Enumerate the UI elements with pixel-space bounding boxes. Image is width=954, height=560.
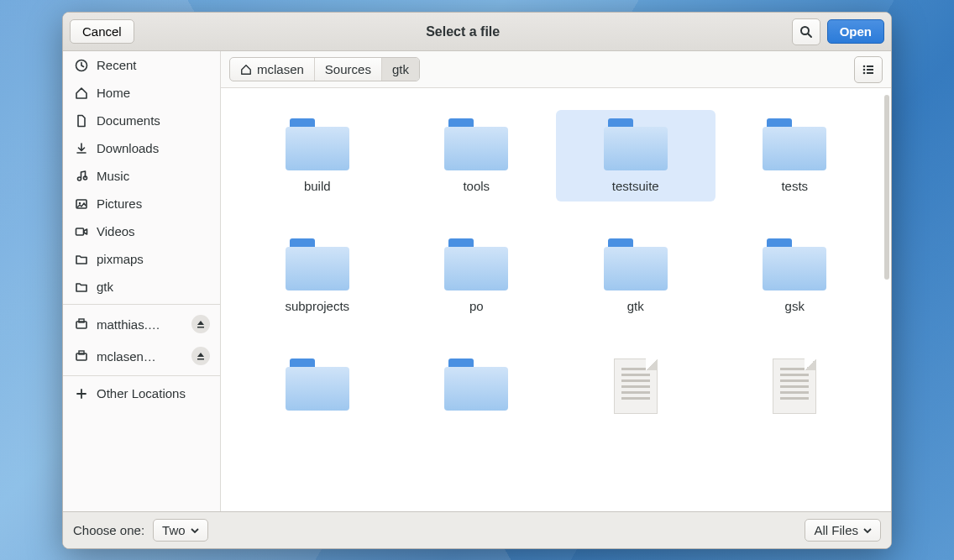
folder-icon (444, 359, 508, 411)
folder-item[interactable] (238, 350, 397, 431)
file-label: tests (781, 179, 808, 193)
picture-icon (75, 197, 88, 211)
list-view-icon (862, 63, 875, 76)
folder-icon (444, 118, 508, 170)
drive-icon (75, 317, 88, 331)
path-toolbar: mclasen Sources gtk (221, 51, 891, 88)
sidebar-label: pixmaps (97, 252, 210, 266)
choose-combo[interactable]: Two (153, 519, 208, 542)
folder-item[interactable]: subprojects (238, 230, 397, 322)
folder-item[interactable]: gtk (556, 230, 716, 322)
clock-icon (75, 59, 88, 72)
action-bar: Choose one: Two All Files (63, 511, 891, 548)
path-segment-home[interactable]: mclasen (230, 58, 315, 81)
titlebar: Cancel Select a file Open (63, 13, 891, 51)
sidebar-item-bookmark-gtk[interactable]: gtk (63, 273, 220, 301)
drive-icon (75, 349, 88, 363)
folder-icon (286, 238, 349, 290)
sidebar-item-videos[interactable]: Videos (63, 217, 220, 245)
file-label: gsk (785, 299, 805, 313)
sidebar-label: mclasen… (97, 349, 183, 364)
folder-icon (604, 238, 668, 290)
svg-point-11 (863, 65, 866, 67)
path-segment-label: gtk (392, 62, 409, 76)
sidebar-label: Recent (97, 58, 210, 72)
sidebar-label: Music (97, 169, 210, 183)
sidebar-item-pictures[interactable]: Pictures (63, 190, 220, 217)
sidebar-label: Documents (97, 113, 210, 128)
sidebar-separator (63, 304, 220, 305)
filter-combo[interactable]: All Files (805, 519, 881, 542)
eject-button[interactable] (191, 347, 210, 365)
folder-icon (75, 280, 88, 294)
file-label: po (469, 299, 484, 313)
file-label: gtk (627, 299, 644, 313)
svg-line-1 (808, 34, 811, 37)
document-icon (75, 114, 88, 128)
sidebar-label: Other Locations (97, 386, 210, 400)
svg-rect-12 (867, 65, 873, 67)
sidebar-label: gtk (97, 280, 210, 294)
sidebar-item-downloads[interactable]: Downloads (63, 134, 220, 162)
sidebar-item-other-locations[interactable]: Other Locations (63, 379, 220, 407)
svg-point-5 (79, 201, 81, 203)
plus-icon (75, 387, 88, 400)
choose-combo-value: Two (162, 523, 186, 537)
folder-icon (604, 118, 668, 170)
svg-rect-8 (79, 319, 84, 322)
sidebar-item-drive[interactable]: matthias.… (63, 308, 220, 340)
folder-icon (763, 118, 826, 170)
sidebar-label: Videos (97, 224, 210, 238)
cancel-button[interactable]: Cancel (70, 19, 134, 44)
sidebar-item-bookmark-pixmaps[interactable]: pixmaps (63, 245, 220, 273)
file-chooser-dialog: Cancel Select a file Open Recent Home Do… (62, 12, 892, 549)
folder-item[interactable]: tools (397, 110, 557, 201)
sidebar-item-recent[interactable]: Recent (63, 51, 220, 79)
folder-item[interactable]: gsk (716, 230, 875, 322)
home-icon (240, 64, 252, 76)
filter-combo-value: All Files (814, 523, 858, 537)
path-segment[interactable]: Sources (315, 58, 382, 81)
home-icon (75, 86, 88, 100)
svg-point-15 (863, 71, 866, 74)
places-sidebar: Recent Home Documents Downloads Music Pi… (63, 51, 221, 511)
sidebar-label: matthias.… (97, 317, 183, 332)
open-button[interactable]: Open (827, 19, 884, 44)
svg-point-0 (801, 27, 809, 34)
folder-item[interactable]: testsuite (556, 110, 716, 201)
folder-icon (286, 359, 349, 411)
path-segment-label: mclasen (257, 62, 304, 76)
folder-item[interactable]: po (397, 230, 557, 322)
file-browser[interactable]: buildtoolstestsuitetestssubprojectspogtk… (221, 88, 891, 511)
sidebar-label: Downloads (97, 141, 210, 155)
scrollbar[interactable] (884, 95, 889, 280)
sidebar-separator (63, 375, 220, 376)
eject-icon (197, 352, 205, 360)
folder-icon (763, 238, 826, 290)
search-button[interactable] (792, 18, 820, 45)
path-segment-current[interactable]: gtk (382, 58, 419, 81)
text-file-icon (614, 359, 658, 414)
folder-item[interactable] (397, 350, 557, 431)
sidebar-item-drive[interactable]: mclasen… (63, 340, 220, 372)
folder-icon (444, 238, 508, 290)
sidebar-item-music[interactable]: Music (63, 162, 220, 190)
text-file-icon (773, 359, 816, 414)
sidebar-item-home[interactable]: Home (63, 79, 220, 107)
search-icon (799, 25, 813, 39)
eject-button[interactable] (191, 315, 210, 333)
view-list-button[interactable] (854, 56, 883, 83)
dialog-body: Recent Home Documents Downloads Music Pi… (63, 51, 891, 511)
folder-item[interactable]: tests (716, 110, 875, 201)
svg-rect-16 (867, 72, 873, 74)
svg-rect-14 (867, 69, 873, 71)
sidebar-item-documents[interactable]: Documents (63, 107, 220, 134)
pathbar: mclasen Sources gtk (229, 57, 420, 81)
file-item[interactable] (716, 350, 875, 431)
sidebar-label: Pictures (97, 196, 210, 211)
file-item[interactable] (556, 350, 716, 431)
file-label: subprojects (285, 299, 349, 313)
folder-icon (75, 253, 88, 266)
file-label: build (304, 179, 331, 193)
folder-item[interactable]: build (238, 110, 397, 201)
